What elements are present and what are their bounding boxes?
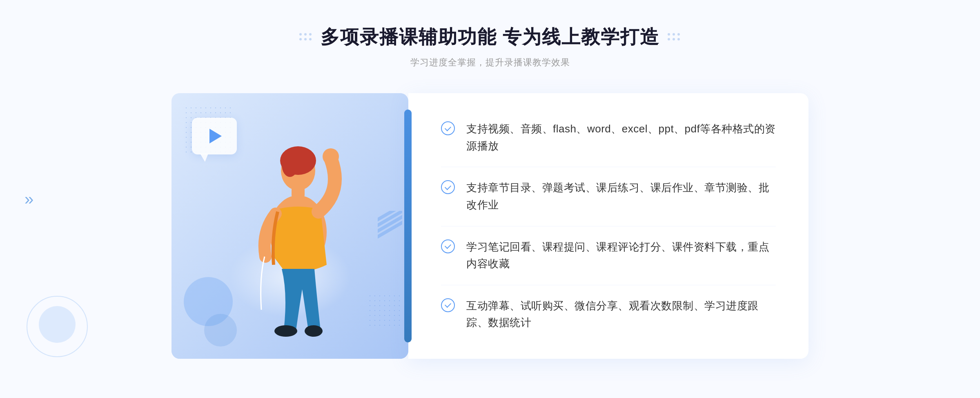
check-mark-3	[445, 242, 451, 249]
feature-text-4: 互动弹幕、试听购买、微信分享、观看次数限制、学习进度跟踪、数据统计	[466, 297, 776, 331]
left-arrow-decoration: »	[24, 190, 33, 208]
left-decorator	[299, 33, 312, 41]
check-mark-4	[445, 301, 451, 308]
check-icon-3	[441, 239, 455, 253]
check-circle-3	[441, 239, 455, 253]
feature-text-2: 支持章节目录、弹题考试、课后练习、课后作业、章节测验、批改作业	[466, 179, 776, 213]
feature-item-1: 支持视频、音频、flash、word、excel、ppt、pdf等各种格式的资源…	[441, 108, 776, 167]
feature-item-3: 学习笔记回看、课程提问、课程评论打分、课件资料下载，重点内容收藏	[441, 226, 776, 285]
check-icon-1	[441, 121, 455, 135]
check-mark-2	[445, 183, 451, 190]
header-decorators: 多项录播课辅助功能 专为线上教学打造	[299, 25, 681, 50]
check-circle-1	[441, 121, 455, 135]
inner-circle-decoration	[39, 306, 76, 343]
page-container: 多项录播课辅助功能 专为线上教学打造 学习进度全掌握，提升录播课教学效果 »	[0, 0, 980, 398]
svg-point-5	[323, 148, 339, 165]
feature-item-2: 支持章节目录、弹题考试、课后练习、课后作业、章节测验、批改作业	[441, 167, 776, 226]
header-section: 多项录播课辅助功能 专为线上教学打造 学习进度全掌握，提升录播课教学效果	[299, 25, 681, 69]
feature-text-3: 学习笔记回看、课程提问、课程评论打分、课件资料下载，重点内容收藏	[466, 239, 776, 273]
check-circle-2	[441, 180, 455, 194]
svg-point-6	[274, 325, 297, 337]
svg-point-2	[282, 152, 298, 177]
svg-point-7	[305, 325, 323, 337]
check-mark-1	[445, 125, 451, 131]
subtitle: 学习进度全掌握，提升录播课教学效果	[299, 56, 681, 69]
check-circle-4	[441, 298, 455, 312]
content-area: 支持视频、音频、flash、word、excel、ppt、pdf等各种格式的资源…	[172, 93, 808, 371]
right-decorator	[668, 33, 681, 41]
illustration-panel	[172, 93, 408, 359]
blue-bar	[404, 110, 412, 342]
check-icon-2	[441, 180, 455, 194]
features-panel: 支持视频、音频、flash、word、excel、ppt、pdf等各种格式的资源…	[408, 93, 808, 359]
feature-item-4: 互动弹幕、试听购买、微信分享、观看次数限制、学习进度跟踪、数据统计	[441, 285, 776, 344]
main-title: 多项录播课辅助功能 专为线上教学打造	[321, 25, 660, 50]
feature-text-1: 支持视频、音频、flash、word、excel、ppt、pdf等各种格式的资源…	[466, 121, 776, 154]
check-icon-4	[441, 298, 455, 312]
person-illustration	[172, 93, 408, 359]
